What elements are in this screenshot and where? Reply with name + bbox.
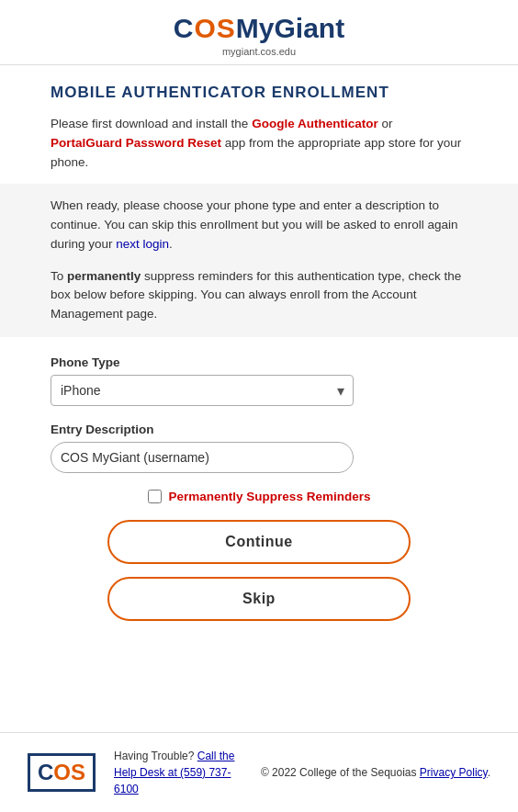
footer-help-text: Having Trouble? Call the Help Desk at (5…	[114, 748, 242, 797]
enrollment-form: Phone Type iPhone Android Other Entry De…	[51, 355, 467, 621]
info-block: When ready, please choose your phone typ…	[0, 184, 518, 338]
page-footer: COS Having Trouble? Call the Help Desk a…	[0, 732, 518, 812]
header-logo: COS MyGiant	[174, 13, 344, 44]
logo-cos-text: COS	[174, 13, 236, 44]
main-content: MOBILE AUTHENTICATOR ENROLLMENT Please f…	[0, 65, 518, 732]
footer-cos-o: O	[53, 760, 71, 785]
portalguard-link[interactable]: PortalGuard Password Reset	[51, 136, 221, 150]
entry-description-input[interactable]	[51, 442, 354, 473]
next-login-link[interactable]: next login	[116, 237, 169, 251]
footer-copy-text: © 2022 College of the Sequoias	[261, 766, 420, 779]
footer-cos-c: C	[38, 760, 53, 785]
footer-logo: COS	[28, 753, 96, 792]
suppress-paragraph: To permanently suppress reminders for th…	[51, 267, 467, 325]
footer-copy-dot: .	[488, 766, 490, 779]
privacy-policy-link[interactable]: Privacy Policy	[420, 766, 488, 779]
footer-copyright: © 2022 College of the Sequoias Privacy P…	[261, 764, 490, 781]
phone-type-wrapper: iPhone Android Other	[51, 375, 467, 406]
page-header: COS MyGiant mygiant.cos.edu	[0, 0, 518, 65]
info-paragraph-1: When ready, please choose your phone typ…	[51, 197, 467, 254]
logo-mygiant-text: MyGiant	[236, 13, 344, 44]
skip-button[interactable]: Skip	[107, 577, 411, 621]
entry-description-label: Entry Description	[51, 423, 467, 436]
header-subdomain: mygiant.cos.edu	[222, 46, 296, 57]
suppress-label[interactable]: Permanently Suppress Reminders	[169, 490, 371, 503]
phone-type-label: Phone Type	[51, 355, 467, 369]
page-title: MOBILE AUTHENTICATOR ENROLLMENT	[51, 84, 467, 102]
footer-cos-s: S	[71, 760, 85, 785]
continue-button[interactable]: Continue	[107, 520, 411, 564]
permanently-bold: permanently	[67, 269, 141, 283]
footer-help-pre: Having Trouble?	[114, 750, 197, 762]
suppress-checkbox[interactable]	[148, 490, 162, 503]
footer-cos-box: COS	[28, 753, 96, 792]
intro-text-or: or	[378, 117, 393, 130]
intro-paragraph: Please first download and install the Go…	[51, 115, 467, 173]
google-authenticator-link[interactable]: Google Authenticator	[252, 117, 378, 130]
intro-text-pre: Please first download and install the	[51, 117, 252, 130]
suppress-row: Permanently Suppress Reminders	[51, 490, 467, 503]
phone-type-select[interactable]: iPhone Android Other	[51, 375, 354, 406]
